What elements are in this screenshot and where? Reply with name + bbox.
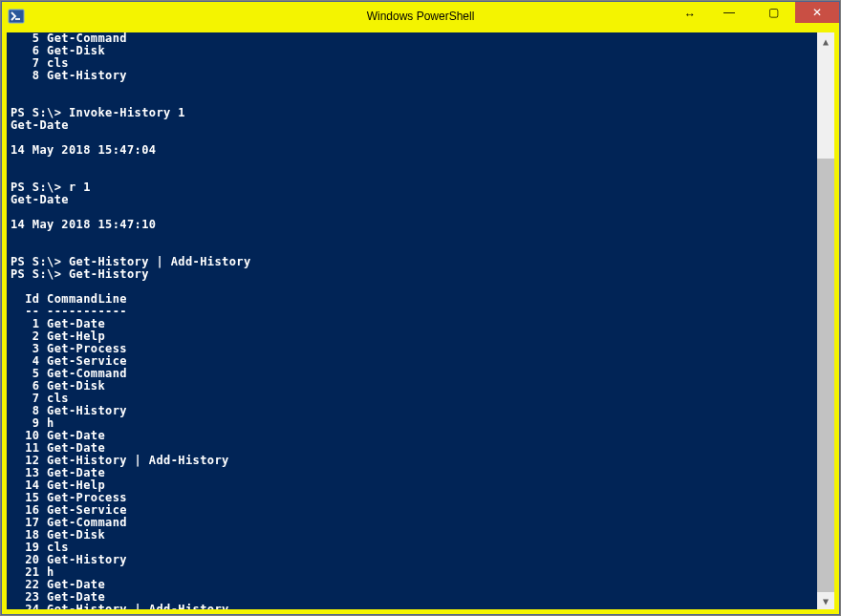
terminal-line: 15 Get-Process	[11, 492, 817, 504]
powershell-window: Windows PowerShell ↔ — ▢ ✕ 5 Get-Command…	[1, 1, 840, 615]
terminal-line: 10 Get-Date	[11, 430, 817, 442]
terminal-line: Get-Date	[11, 194, 817, 206]
scrollbar[interactable]: ▲ ▼	[817, 32, 834, 609]
terminal-line: 24 Get-History | Add-History	[11, 604, 817, 609]
terminal-line: 14 Get-Help	[11, 479, 817, 492]
terminal-line: PS S:\> Invoke-History 1	[11, 107, 817, 119]
terminal-line: 8 Get-History	[11, 70, 817, 82]
maximize-button[interactable]: ▢	[751, 2, 795, 23]
terminal-line: 1 Get-Date	[11, 318, 817, 330]
terminal-line: -- -----------	[11, 306, 817, 318]
terminal-line: 18 Get-Disk	[11, 529, 817, 542]
terminal-line: 5 Get-Command	[11, 368, 817, 380]
terminal-line: 3 Get-Process	[11, 343, 817, 355]
terminal-line: 6 Get-Disk	[11, 45, 817, 57]
terminal-line: 2 Get-Help	[11, 330, 817, 343]
terminal-line: 20 Get-History	[11, 554, 817, 566]
terminal-line: 6 Get-Disk	[11, 380, 817, 393]
terminal-line: Id CommandLine	[11, 293, 817, 306]
terminal-line: 4 Get-Service	[11, 355, 817, 368]
scroll-up-button[interactable]: ▲	[817, 32, 834, 50]
terminal-line: 12 Get-History | Add-History	[11, 455, 817, 467]
terminal-line	[11, 169, 817, 181]
terminal-line: 8 Get-History	[11, 405, 817, 417]
terminal-line: 9 h	[11, 417, 817, 430]
terminal-line: 19 cls	[11, 542, 817, 554]
titlebar[interactable]: Windows PowerShell ↔ — ▢ ✕	[2, 2, 839, 31]
scroll-track[interactable]	[817, 50, 834, 592]
terminal-line: 5 Get-Command	[11, 32, 817, 45]
terminal-output[interactable]: 5 Get-Command 6 Get-Disk 7 cls 8 Get-His…	[7, 32, 817, 609]
terminal-line: 14 May 2018 15:47:04	[11, 144, 817, 157]
terminal-line: 14 May 2018 15:47:10	[11, 219, 817, 231]
terminal-line: 13 Get-Date	[11, 467, 817, 479]
resize-horizontal-icon[interactable]: ↔	[684, 8, 696, 21]
terminal-line	[11, 231, 817, 244]
terminal-line	[11, 157, 817, 169]
terminal-line: 7 cls	[11, 57, 817, 70]
window-controls: — ▢ ✕	[707, 2, 839, 23]
terminal-line: 22 Get-Date	[11, 579, 817, 591]
terminal-line: 21 h	[11, 566, 817, 579]
close-button[interactable]: ✕	[795, 2, 839, 23]
terminal-line: PS S:\> r 1	[11, 181, 817, 194]
terminal-line	[11, 281, 817, 293]
powershell-icon[interactable]	[2, 2, 31, 31]
scroll-down-button[interactable]: ▼	[817, 592, 834, 609]
terminal-line	[11, 82, 817, 95]
content-area: 5 Get-Command 6 Get-Disk 7 cls 8 Get-His…	[2, 31, 839, 614]
terminal-line: PS S:\> Get-History	[11, 268, 817, 281]
minimize-button[interactable]: —	[707, 2, 751, 23]
terminal-line: 16 Get-Service	[11, 504, 817, 517]
terminal-line: Get-Date	[11, 119, 817, 132]
terminal-line: 7 cls	[11, 393, 817, 405]
terminal-line: 17 Get-Command	[11, 517, 817, 529]
scroll-thumb[interactable]	[817, 159, 834, 592]
